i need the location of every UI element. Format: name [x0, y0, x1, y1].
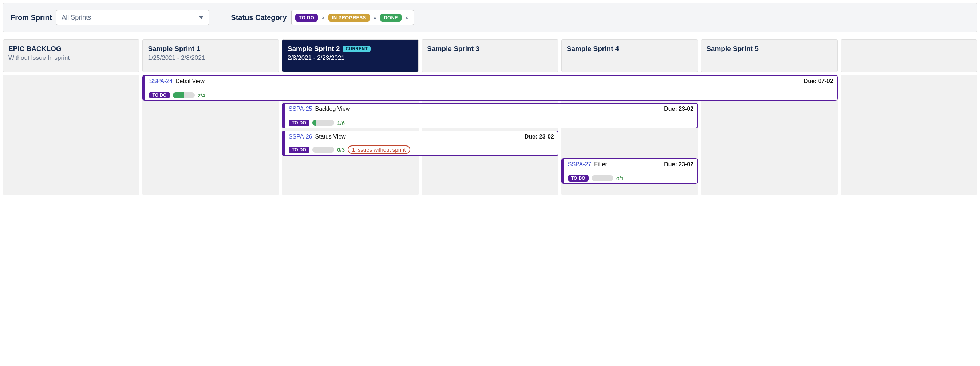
status-category-label: Status Category [231, 13, 286, 22]
column-subtitle: 2/8/2021 - 2/23/2021 [288, 54, 413, 62]
card-rows: SSPA-24Detail ViewDue: 07-02TO DO2/4SSPA… [3, 75, 977, 184]
issue-key-link[interactable]: SSPA-27 [568, 161, 592, 168]
column-header[interactable]: Sample Sprint 2CURRENT2/8/2021 - 2/23/20… [282, 39, 418, 72]
sprint-board: EPIC BACKLOGWithout Issue In sprintSampl… [3, 39, 977, 195]
due-date: Due: 23-02 [664, 161, 694, 168]
progress-ratio: 1/6 [337, 120, 345, 126]
lane-area: SSPA-24Detail ViewDue: 07-02TO DO2/4SSPA… [3, 75, 977, 195]
status-pill: TO DO [289, 120, 309, 126]
column-header[interactable]: Sample Sprint 3 [422, 39, 558, 72]
current-badge: CURRENT [342, 46, 371, 52]
status-category-tags[interactable]: TO DO×IN PROGRESS×DONE× [291, 10, 414, 25]
column-header[interactable]: Sample Sprint 11/25/2021 - 2/8/2021 [142, 39, 279, 72]
column-title: Sample Sprint 2 [288, 45, 340, 53]
progress-bar [592, 175, 613, 181]
progress-bar [173, 92, 195, 98]
due-date: Due: 23-02 [525, 133, 554, 140]
column-headers: EPIC BACKLOGWithout Issue In sprintSampl… [3, 39, 977, 72]
from-sprint-select[interactable]: All Sprints [56, 10, 209, 25]
column-title: Sample Sprint 3 [427, 45, 479, 53]
due-date: Due: 23-02 [664, 106, 694, 112]
progress-bar [312, 120, 334, 126]
chevron-down-icon [199, 16, 204, 19]
column-subtitle: 1/25/2021 - 2/8/2021 [148, 54, 274, 62]
epic-card[interactable]: SSPA-25Backlog ViewDue: 23-02TO DO1/6 [282, 103, 698, 128]
epic-card[interactable]: SSPA-26Status ViewDue: 23-02TO DO0/31 is… [282, 131, 558, 156]
column-title: EPIC BACKLOG [8, 45, 62, 53]
progress-ratio: 2/4 [198, 92, 205, 98]
status-chip[interactable]: IN PROGRESS [328, 14, 370, 21]
remove-chip-icon[interactable]: × [374, 14, 377, 21]
issue-key-link[interactable]: SSPA-25 [289, 106, 312, 112]
column-title: Sample Sprint 4 [567, 45, 619, 53]
warning-pill[interactable]: 1 issues without sprint [348, 145, 410, 154]
progress-ratio: 0/1 [616, 175, 624, 182]
epic-card[interactable]: SSPA-27Filteri…Due: 23-02TO DO0/1 [562, 158, 698, 184]
status-chip[interactable]: DONE [380, 14, 401, 21]
status-pill: TO DO [149, 92, 170, 98]
status-chip[interactable]: TO DO [295, 14, 318, 21]
progress-bar [312, 147, 334, 153]
issue-key-link[interactable]: SSPA-26 [289, 133, 312, 140]
status-pill: TO DO [568, 175, 589, 182]
column-header[interactable]: Sample Sprint 5 [701, 39, 837, 72]
filter-bar: From Sprint All Sprints Status Category … [3, 3, 977, 32]
column-title: Sample Sprint 5 [706, 45, 759, 53]
from-sprint-value: All Sprints [62, 14, 91, 21]
from-sprint-filter: From Sprint All Sprints [11, 10, 209, 25]
column-header[interactable]: EPIC BACKLOGWithout Issue In sprint [3, 39, 139, 72]
from-sprint-label: From Sprint [11, 13, 52, 22]
remove-chip-icon[interactable]: × [321, 14, 325, 21]
progress-ratio: 0/3 [337, 147, 345, 153]
issue-title: Backlog View [315, 106, 350, 112]
column-header[interactable] [841, 39, 977, 72]
issue-title: Filteri… [594, 161, 614, 168]
column-subtitle: Without Issue In sprint [8, 54, 134, 62]
status-pill: TO DO [289, 147, 309, 153]
epic-card[interactable]: SSPA-24Detail ViewDue: 07-02TO DO2/4 [142, 75, 837, 101]
column-title: Sample Sprint 1 [148, 45, 200, 53]
issue-title: Status View [315, 133, 345, 140]
remove-chip-icon[interactable]: × [405, 14, 409, 21]
issue-key-link[interactable]: SSPA-24 [149, 78, 173, 85]
status-category-filter: Status Category TO DO×IN PROGRESS×DONE× [231, 10, 414, 25]
due-date: Due: 07-02 [804, 78, 833, 85]
column-header[interactable]: Sample Sprint 4 [562, 39, 698, 72]
issue-title: Detail View [175, 78, 205, 85]
